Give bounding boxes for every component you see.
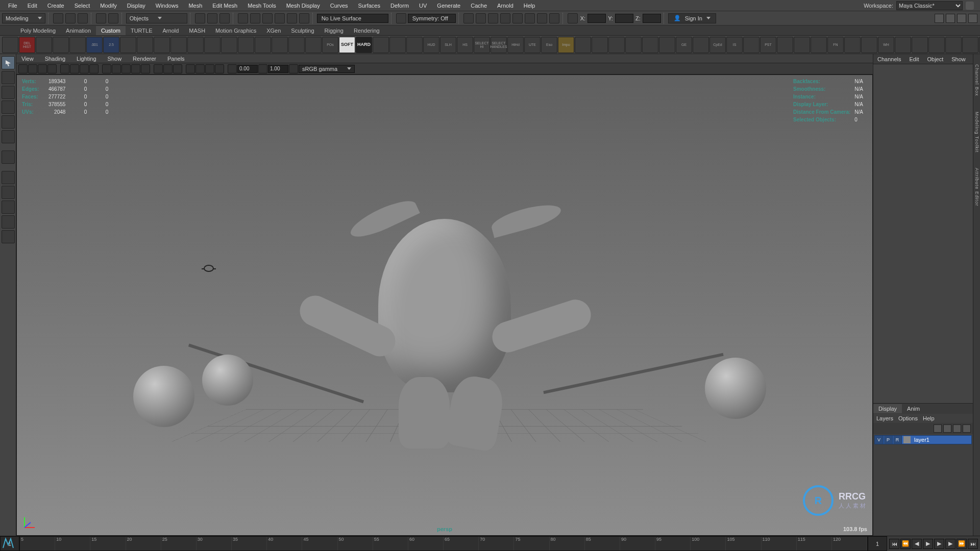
shelf-button-45[interactable]: PST — [760, 37, 776, 53]
select-tool[interactable] — [2, 56, 15, 69]
toggle-chbox-icon[interactable] — [968, 14, 977, 23]
shelf-button-49[interactable]: FN — [827, 37, 844, 53]
shelf-button-46[interactable] — [777, 37, 793, 53]
panel-layout-icon[interactable] — [568, 13, 578, 23]
menu-select[interactable]: Select — [69, 1, 95, 10]
shelf-button-1[interactable]: DEL HIST — [19, 37, 35, 53]
gamma-icon[interactable] — [258, 64, 267, 73]
panelmenu-view[interactable]: View — [19, 55, 36, 63]
chbox-tab-edit[interactable]: Edit — [905, 55, 923, 64]
ipr-icon[interactable] — [525, 13, 535, 23]
layer-playback-toggle[interactable]: P — [884, 436, 893, 444]
shelf-tab-motion-graphics[interactable]: Motion Graphics — [210, 26, 261, 35]
shelf-button-2[interactable] — [36, 37, 52, 53]
shelf-button-55[interactable] — [928, 37, 945, 53]
layout-2-icon[interactable] — [2, 201, 15, 214]
aa-icon[interactable] — [215, 64, 224, 73]
shelf-button-21[interactable]: HARD — [356, 37, 372, 53]
bookmark-icon[interactable] — [28, 64, 37, 73]
panelmenu-shading[interactable]: Shading — [43, 55, 67, 63]
texture-icon[interactable] — [121, 64, 131, 73]
shelf-button-35[interactable] — [592, 37, 608, 53]
step-fwd-key-icon[interactable]: ⏩ — [957, 539, 967, 549]
shelf-button-3[interactable] — [53, 37, 69, 53]
shelf-button-50[interactable] — [844, 37, 861, 53]
layout-3-icon[interactable] — [2, 215, 15, 229]
shelf-button-30[interactable]: HiHd — [507, 37, 524, 53]
shelf-button-7[interactable] — [120, 37, 136, 53]
step-back-frame-icon[interactable]: ◀ — [912, 539, 922, 549]
y-input[interactable] — [615, 14, 633, 23]
redo-icon[interactable] — [108, 13, 118, 23]
layer-menu-options[interactable]: Options — [898, 415, 918, 421]
xrayjoint-icon[interactable] — [173, 64, 182, 73]
shelf-tab-animation[interactable]: Animation — [61, 26, 96, 35]
selmode2-icon[interactable] — [207, 13, 217, 23]
shelf-button-56[interactable] — [945, 37, 962, 53]
hist4-icon[interactable] — [500, 13, 510, 23]
z-input[interactable] — [643, 14, 661, 23]
menu-arnold[interactable]: Arnold — [492, 1, 519, 10]
chbox-tab-channels[interactable]: Channels — [873, 55, 905, 64]
motionblur-icon[interactable] — [195, 64, 205, 73]
shelf-button-20[interactable]: SOFT — [339, 37, 355, 53]
layer-new-selected-icon[interactable] — [963, 424, 971, 433]
shelf-button-54[interactable] — [912, 37, 928, 53]
shelf-button-29[interactable]: SELECT HANDLES — [491, 37, 507, 53]
layer-menu-layers[interactable]: Layers — [876, 415, 893, 421]
menu-uv[interactable]: UV — [414, 1, 432, 10]
shelf-button-28[interactable]: SELECT HI — [474, 37, 490, 53]
select-by-type-dropdown[interactable]: Objects — [126, 13, 187, 23]
menu-curves[interactable]: Curves — [325, 1, 353, 10]
shelf-button-23[interactable] — [389, 37, 406, 53]
layout-4-icon[interactable] — [2, 230, 15, 243]
viewport-persp[interactable]: Verts:18934300Edges:46678700Faces:277722… — [16, 74, 873, 536]
wireframe-icon[interactable] — [102, 64, 111, 73]
shelf-button-0[interactable] — [2, 37, 18, 53]
shelf-button-6[interactable]: 2.5 — [103, 37, 119, 53]
exposure-input[interactable] — [237, 65, 258, 73]
layer-name[interactable]: layer1 — [913, 437, 929, 443]
menu-edit-mesh[interactable]: Edit Mesh — [207, 1, 242, 10]
xray-icon[interactable] — [163, 64, 173, 73]
resgate-icon[interactable] — [80, 64, 89, 73]
open-scene-icon[interactable] — [65, 13, 76, 23]
shelf-button-11[interactable] — [187, 37, 204, 53]
toggle-outliner-icon[interactable] — [935, 14, 944, 23]
panelmenu-lighting[interactable]: Lighting — [75, 55, 99, 63]
shelf-button-47[interactable] — [794, 37, 810, 53]
menu-modify[interactable]: Modify — [95, 1, 121, 10]
menu-edit[interactable]: Edit — [22, 1, 42, 10]
shaded-icon[interactable] — [112, 64, 121, 73]
x-input[interactable] — [587, 14, 606, 23]
panelmenu-panels[interactable]: Panels — [165, 55, 187, 63]
shelf-button-12[interactable] — [204, 37, 220, 53]
panelmenu-renderer[interactable]: Renderer — [131, 55, 158, 63]
shelf-button-24[interactable] — [406, 37, 423, 53]
snap-plane-icon[interactable] — [275, 13, 285, 23]
move-tool[interactable] — [2, 101, 15, 114]
shelf-button-57[interactable] — [962, 37, 978, 53]
shelf-tab-xgen[interactable]: XGen — [261, 26, 286, 35]
timeline-end-frame[interactable]: 1 — [868, 536, 887, 551]
menu-mesh-display[interactable]: Mesh Display — [281, 1, 325, 10]
sym-toggle-icon[interactable] — [396, 13, 406, 23]
chbox-tab-object[interactable]: Object — [923, 55, 947, 64]
shelf-button-43[interactable]: IS — [726, 37, 743, 53]
play-fwd-icon[interactable]: ▶ — [934, 539, 944, 549]
colorspace-dropdown[interactable]: sRGB gamma — [299, 65, 355, 73]
shelf-button-17[interactable] — [288, 37, 305, 53]
shelf-button-33[interactable]: Impo — [558, 37, 574, 53]
menu-surfaces[interactable]: Surfaces — [353, 1, 385, 10]
shelf-button-22[interactable] — [373, 37, 389, 53]
shelf-button-44[interactable] — [743, 37, 760, 53]
step-fwd-frame-icon[interactable]: ▶ — [945, 539, 955, 549]
paint-select-tool[interactable] — [2, 86, 15, 99]
shelf-tab-custom[interactable]: Custom — [96, 26, 126, 35]
toggle-tool-icon[interactable] — [957, 14, 966, 23]
layer-movedown-icon[interactable] — [943, 424, 951, 433]
layer-vis-toggle[interactable]: V — [875, 436, 884, 444]
layer-tab-display[interactable]: Display — [873, 404, 902, 413]
menu-file[interactable]: File — [3, 1, 22, 10]
shelf-button-8[interactable] — [137, 37, 153, 53]
